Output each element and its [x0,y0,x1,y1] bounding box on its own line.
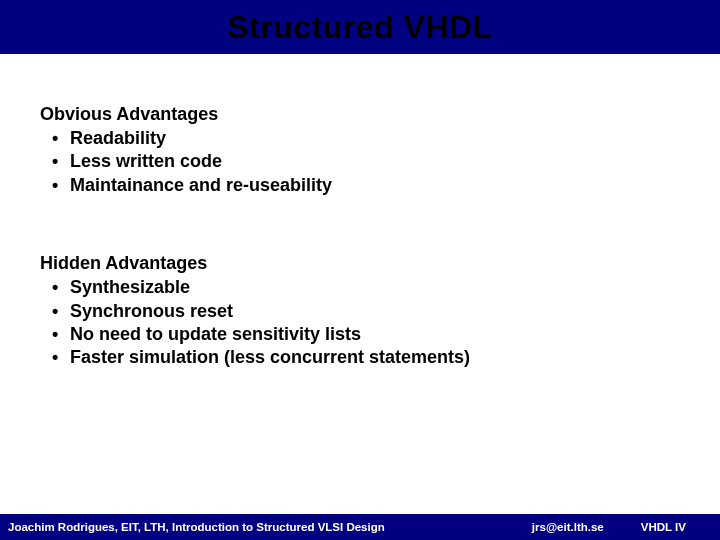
slide-content: Obvious Advantages Readability Less writ… [0,54,720,370]
bullet-list: Synthesizable Synchronous reset No need … [40,276,680,370]
bullet-list: Readability Less written code Maintainan… [40,127,680,197]
list-item: No need to update sensitivity lists [40,323,680,346]
list-item: Less written code [40,150,680,173]
slide: Structured VHDL Obvious Advantages Reada… [0,0,720,540]
list-item: Synchronous reset [40,300,680,323]
list-item: Maintainance and re-useability [40,174,680,197]
section-obvious-advantages: Obvious Advantages Readability Less writ… [40,104,680,197]
slide-footer: Joachim Rodrigues, EIT, LTH, Introductio… [0,514,720,540]
section-heading: Obvious Advantages [40,104,680,125]
list-item: Readability [40,127,680,150]
section-hidden-advantages: Hidden Advantages Synthesizable Synchron… [40,253,680,370]
slide-title: Structured VHDL [227,9,492,46]
list-item: Synthesizable [40,276,680,299]
footer-section: VHDL IV [641,521,712,533]
section-heading: Hidden Advantages [40,253,680,274]
footer-author: Joachim Rodrigues, EIT, LTH, Introductio… [8,521,385,533]
footer-email: jrs@eit.lth.se [385,521,641,533]
title-bar: Structured VHDL [0,0,720,54]
list-item: Faster simulation (less concurrent state… [40,346,680,369]
